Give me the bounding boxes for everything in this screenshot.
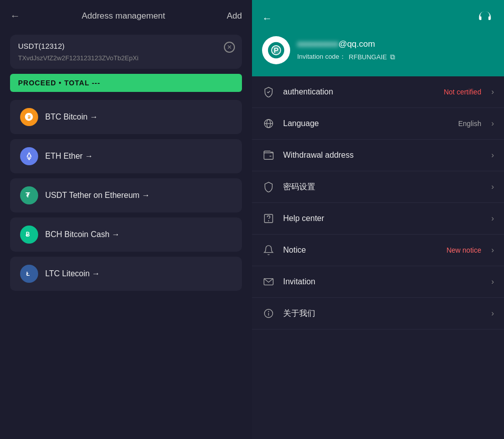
clear-input-button[interactable]: ✕	[224, 42, 235, 53]
password-label: 密码设置	[283, 182, 483, 192]
language-label: Language	[283, 119, 450, 128]
profile-email: ●●●●●●●●@qq.com	[297, 39, 494, 49]
svg-text:Ƀ: Ƀ	[26, 231, 30, 238]
coin-list: BTC Bitcoin → ETH Ether → ₮ USDT Tether …	[10, 100, 242, 291]
page-title: Address management	[82, 11, 165, 21]
menu-item-invitation[interactable]: Invitation ›	[252, 266, 504, 298]
invitation-chevron: ›	[491, 277, 494, 286]
coin-item-ltc[interactable]: Ł LTC Litecoin →	[10, 257, 242, 291]
menu-item-authentication[interactable]: authentication Not certified ›	[252, 76, 504, 108]
shield-icon	[262, 85, 275, 98]
left-panel: ← Address management Add USDT(12312) TXv…	[0, 0, 252, 439]
btc-name: BTC Bitcoin →	[45, 113, 232, 122]
svg-rect-9	[264, 153, 273, 159]
withdrawal-chevron: ›	[491, 151, 494, 160]
input-address: TXvdJszVfZ2w2F123123123ZVoTb2EpXi	[18, 54, 234, 62]
svg-text:₮: ₮	[26, 191, 30, 199]
support-icon[interactable]	[478, 10, 494, 26]
proceed-bar: PROCEED • TOTAL ---	[10, 74, 242, 92]
right-back-button[interactable]: ←	[262, 13, 272, 24]
globe-icon	[262, 117, 275, 130]
invite-code: RFBUNGAIE	[349, 53, 387, 61]
eth-icon	[20, 147, 38, 165]
language-value: English	[458, 120, 481, 128]
invitation-code-row: Invitation code： RFBUNGAIE ⧉	[297, 52, 494, 61]
notice-label: Notice	[283, 246, 438, 255]
usdt-icon: ₮	[20, 186, 38, 204]
invitation-label: Invitation	[283, 277, 483, 286]
svg-point-17	[269, 311, 269, 312]
password-shield-icon	[262, 180, 275, 193]
email-username: ●●●●●●●●	[297, 39, 338, 49]
invite-label: Invitation code：	[297, 52, 346, 61]
coin-item-btc[interactable]: BTC Bitcoin →	[10, 100, 242, 134]
app-logo: P	[262, 36, 290, 64]
svg-point-12	[269, 221, 269, 221]
help-label: Help center	[283, 214, 483, 223]
address-input-section: USDT(12312) TXvdJszVfZ2w2F123123123ZVoTb…	[10, 35, 242, 69]
input-label: USDT(12312)	[18, 42, 234, 50]
about-label: 关于我们	[283, 308, 483, 319]
menu-list: authentication Not certified › Language …	[252, 76, 504, 439]
ltc-name: LTC Litecoin →	[45, 269, 232, 278]
coin-item-usdt[interactable]: ₮ USDT Tether on Ethereum →	[10, 178, 242, 212]
right-panel: ← P ●●●●●●●●@qq.com	[252, 0, 504, 439]
left-header: ← Address management Add	[0, 0, 252, 30]
profile-info: ●●●●●●●●@qq.com Invitation code： RFBUNGA…	[297, 39, 494, 61]
bch-name: BCH Bitcoin Cash →	[45, 230, 232, 239]
ltc-icon: Ł	[20, 265, 38, 283]
authentication-value: Not certified	[444, 88, 481, 96]
about-chevron: ›	[491, 309, 494, 318]
menu-item-notice[interactable]: Notice New notice ›	[252, 235, 504, 266]
profile-header: ← P ●●●●●●●●@qq.com	[252, 0, 504, 76]
notice-value: New notice	[446, 246, 481, 254]
copy-invite-button[interactable]: ⧉	[390, 53, 395, 61]
authentication-label: authentication	[283, 87, 436, 96]
profile-section: P ●●●●●●●●@qq.com Invitation code： RFBUN…	[262, 36, 494, 64]
usdt-name: USDT Tether on Ethereum →	[45, 191, 232, 200]
info-icon	[262, 307, 275, 320]
menu-item-help[interactable]: Help center ›	[252, 203, 504, 235]
bch-icon: Ƀ	[20, 226, 38, 244]
eth-name: ETH Ether →	[45, 152, 232, 161]
menu-item-password[interactable]: 密码设置 ›	[252, 171, 504, 203]
menu-item-withdrawal[interactable]: Withdrawal address ›	[252, 140, 504, 171]
menu-item-about[interactable]: 关于我们 ›	[252, 298, 504, 330]
coin-item-bch[interactable]: Ƀ BCH Bitcoin Cash →	[10, 217, 242, 252]
email-domain: @qq.com	[338, 39, 375, 49]
back-button[interactable]: ←	[10, 10, 20, 22]
coin-item-eth[interactable]: ETH Ether →	[10, 139, 242, 173]
invitation-icon	[262, 275, 275, 288]
svg-text:P: P	[274, 46, 279, 54]
wallet-icon	[262, 149, 275, 162]
language-chevron: ›	[491, 119, 494, 128]
add-button[interactable]: Add	[227, 11, 242, 21]
password-chevron: ›	[491, 182, 494, 191]
btc-icon	[20, 108, 38, 126]
authentication-chevron: ›	[491, 87, 494, 96]
help-icon	[262, 212, 275, 225]
notice-chevron: ›	[491, 246, 494, 255]
bell-icon	[262, 244, 275, 257]
header-top: ←	[262, 10, 494, 26]
svg-text:Ł: Ł	[26, 270, 30, 277]
withdrawal-label: Withdrawal address	[283, 151, 483, 160]
help-chevron: ›	[491, 214, 494, 223]
menu-item-language[interactable]: Language English ›	[252, 108, 504, 140]
